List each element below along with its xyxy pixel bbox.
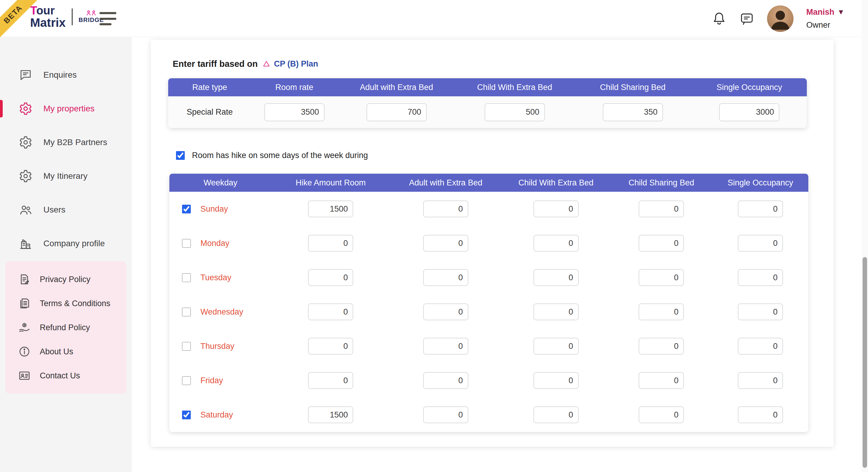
plan-link[interactable]: CP (B) Plan: [262, 59, 318, 69]
day-checkbox[interactable]: [182, 239, 191, 248]
scrollbar-track: [861, 0, 868, 472]
sidebar-item-label: Enquires: [43, 70, 77, 80]
plan-icon: [262, 59, 271, 68]
adult-extra-bed-input[interactable]: [423, 372, 468, 389]
child-extra-bed-input[interactable]: [485, 103, 545, 121]
hike-row-wednesday: Wednesday: [169, 295, 808, 329]
sidebar-item-about-us[interactable]: About Us: [5, 340, 126, 364]
column-header: Room rate: [251, 83, 337, 92]
child-sharing-bed-input[interactable]: [639, 372, 684, 389]
sidebar-item-label: My B2B Partners: [43, 138, 107, 147]
sidebar: Enquires My properties My B2B Partners: [0, 37, 132, 472]
room-rate-input[interactable]: [264, 103, 324, 121]
hike-amount-input[interactable]: [308, 200, 353, 217]
child-extra-bed-input[interactable]: [533, 269, 579, 286]
room-hike-checkbox[interactable]: [176, 151, 185, 160]
child-sharing-bed-input[interactable]: [639, 406, 684, 423]
day-checkbox[interactable]: [182, 411, 191, 419]
child-extra-bed-input[interactable]: [533, 372, 579, 389]
sidebar-footer-label: Contact Us: [40, 371, 80, 380]
gear-icon: [19, 102, 33, 115]
day-checkbox[interactable]: [182, 205, 191, 213]
hike-row-thursday: Thursday: [169, 329, 808, 363]
day-checkbox[interactable]: [182, 308, 191, 316]
column-header: Hike Amount Room: [272, 178, 390, 188]
child-sharing-bed-input[interactable]: [639, 303, 684, 320]
info-icon: [18, 345, 31, 358]
adult-extra-bed-input[interactable]: [423, 406, 468, 423]
sidebar-item-privacy-policy[interactable]: Privacy Policy: [5, 267, 126, 292]
sidebar-item-terms-conditions[interactable]: Terms & Conditions: [5, 292, 126, 315]
day-checkbox[interactable]: [182, 273, 191, 282]
adult-extra-bed-input[interactable]: [367, 103, 427, 121]
sidebar-item-refund-policy[interactable]: Refund Policy: [5, 315, 126, 340]
child-sharing-bed-input[interactable]: [639, 200, 684, 217]
single-occupancy-input[interactable]: [719, 103, 779, 121]
adult-extra-bed-input[interactable]: [423, 200, 468, 217]
hike-row-sunday: Sunday: [169, 192, 808, 226]
adult-extra-bed-input[interactable]: [423, 235, 468, 251]
adult-extra-bed-input[interactable]: [423, 269, 468, 286]
single-occupancy-input[interactable]: [738, 235, 783, 251]
child-sharing-bed-input[interactable]: [603, 103, 663, 121]
scrollbar-thumb[interactable]: [863, 257, 867, 468]
sidebar-item-my-properties[interactable]: My properties: [0, 92, 132, 126]
hike-amount-input[interactable]: [308, 269, 353, 286]
single-occupancy-input[interactable]: [738, 269, 783, 286]
sidebar-item-contact-us[interactable]: Contact Us: [5, 364, 126, 388]
child-extra-bed-input[interactable]: [533, 235, 579, 251]
building-icon: [19, 237, 33, 250]
single-occupancy-input[interactable]: [738, 406, 783, 423]
gear-icon: [19, 135, 33, 149]
notifications-bell-icon[interactable]: [712, 11, 727, 26]
hike-amount-input[interactable]: [308, 303, 353, 320]
adult-extra-bed-input[interactable]: [423, 303, 468, 320]
child-extra-bed-input[interactable]: [533, 200, 579, 217]
hike-row-friday: Friday: [169, 363, 808, 398]
sidebar-item-enquires[interactable]: Enquires: [0, 58, 132, 92]
room-hike-label: Room has hike on some days of the week d…: [192, 151, 368, 160]
sidebar-item-my-itinerary[interactable]: My Itinerary: [0, 159, 132, 193]
terms-doc-icon: [18, 297, 31, 310]
sidebar-footer-label: Privacy Policy: [40, 275, 90, 284]
single-occupancy-input[interactable]: [738, 372, 783, 389]
day-label: Wednesday: [200, 307, 243, 317]
adult-extra-bed-input[interactable]: [423, 338, 468, 355]
chat-icon: [19, 68, 33, 82]
hike-amount-input[interactable]: [308, 406, 353, 423]
tariff-table: Rate type Room rate Adult with Extra Bed…: [168, 78, 807, 128]
single-occupancy-input[interactable]: [738, 303, 783, 320]
column-header: Child Sharing Bed: [610, 178, 712, 188]
hamburger-menu-icon[interactable]: [99, 12, 117, 25]
sidebar-item-users[interactable]: Users: [0, 193, 132, 227]
hike-amount-input[interactable]: [308, 372, 353, 389]
sidebar-item-label: Users: [43, 205, 65, 215]
day-checkbox[interactable]: [182, 342, 191, 351]
gear-icon: [19, 169, 33, 183]
hike-row-tuesday: Tuesday: [169, 260, 808, 295]
child-sharing-bed-input[interactable]: [639, 235, 684, 251]
tariff-panel: Enter tariff based on CP (B) Plan Rate t…: [151, 40, 834, 447]
single-occupancy-input[interactable]: [738, 338, 783, 355]
column-header: Adult with Extra Bed: [338, 83, 456, 92]
sidebar-item-my-b2b-partners[interactable]: My B2B Partners: [0, 126, 132, 159]
child-extra-bed-input[interactable]: [533, 303, 579, 320]
child-extra-bed-input[interactable]: [533, 338, 579, 355]
sidebar-item-label: Company profile: [43, 239, 105, 248]
sidebar-item-label: My properties: [43, 104, 95, 113]
hike-amount-input[interactable]: [308, 235, 353, 251]
logo-line2: Matrix: [30, 16, 66, 29]
child-sharing-bed-input[interactable]: [639, 338, 684, 355]
sidebar-footer-label: Refund Policy: [40, 323, 90, 332]
child-sharing-bed-input[interactable]: [639, 269, 684, 286]
day-checkbox[interactable]: [182, 376, 191, 385]
app-logo: Tour Matrix BRIDGE: [30, 5, 104, 29]
user-menu[interactable]: Manish ▼: [806, 7, 844, 17]
hike-amount-input[interactable]: [308, 338, 353, 355]
sidebar-item-company-profile[interactable]: Company profile: [0, 227, 132, 260]
messages-chat-icon[interactable]: [739, 11, 754, 26]
day-label: Sunday: [200, 204, 228, 214]
user-avatar[interactable]: [767, 5, 794, 32]
child-extra-bed-input[interactable]: [533, 406, 579, 423]
single-occupancy-input[interactable]: [738, 200, 783, 217]
